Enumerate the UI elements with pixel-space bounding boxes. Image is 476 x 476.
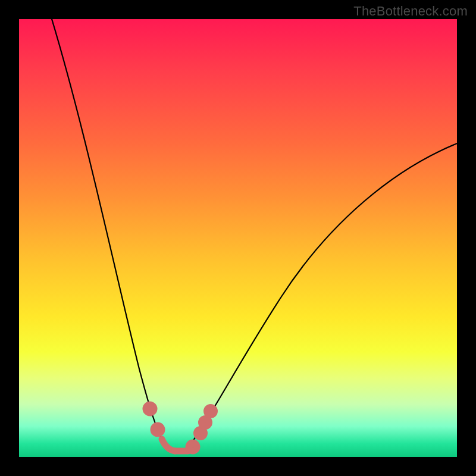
curve-layer [19, 19, 457, 457]
svg-point-1 [154, 425, 162, 434]
svg-point-2 [189, 443, 197, 451]
watermark-text: TheBottleneck.com [353, 4, 468, 19]
chart-outer-frame: TheBottleneck.com [0, 0, 476, 476]
curve-right-branch [192, 142, 457, 443]
svg-point-5 [207, 408, 215, 415]
curve-left-branch [50, 19, 164, 443]
svg-point-4 [202, 419, 209, 427]
svg-point-0 [146, 405, 154, 413]
chart-plot-area [19, 19, 457, 457]
svg-point-3 [197, 430, 205, 437]
sweet-spot-markers [146, 405, 215, 451]
